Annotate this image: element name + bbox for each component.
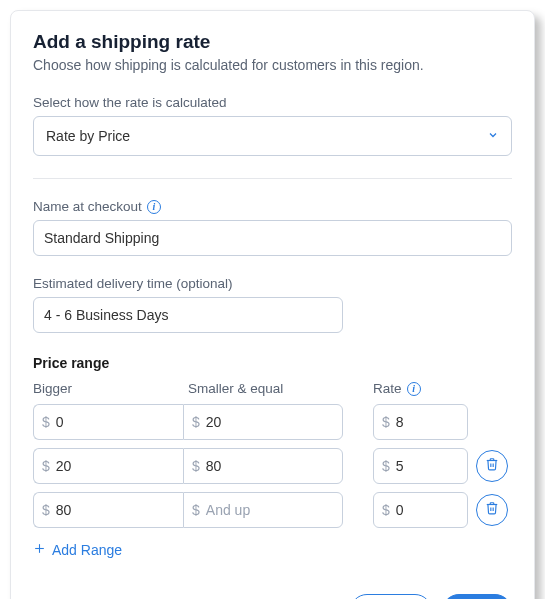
range-row: $0$20$8 <box>33 404 512 440</box>
bigger-input[interactable]: $20 <box>33 448 183 484</box>
save-button[interactable]: Save <box>442 594 512 599</box>
rate-input[interactable]: $0 <box>373 492 468 528</box>
delete-row-button[interactable] <box>476 494 508 526</box>
smaller-input[interactable]: $And up <box>183 492 343 528</box>
trash-icon <box>485 457 499 475</box>
smaller-input[interactable]: $20 <box>183 404 343 440</box>
eta-input[interactable] <box>33 297 343 333</box>
add-range-button[interactable]: Add Range <box>33 542 512 558</box>
shipping-rate-modal: Add a shipping rate Choose how shipping … <box>10 10 535 599</box>
range-columns: Bigger Smaller & equal Rate i <box>33 381 512 396</box>
info-icon[interactable]: i <box>147 200 161 214</box>
delete-row-button[interactable] <box>476 450 508 482</box>
col-bigger: Bigger <box>33 381 188 396</box>
range-row: $20$80$5 <box>33 448 512 484</box>
calc-select-value: Rate by Price <box>46 128 130 144</box>
bigger-input[interactable]: $80 <box>33 492 183 528</box>
modal-title: Add a shipping rate <box>33 31 512 53</box>
plus-icon <box>33 542 46 558</box>
rate-input[interactable]: $5 <box>373 448 468 484</box>
smaller-input[interactable]: $80 <box>183 448 343 484</box>
range-row: $80$And up$0 <box>33 492 512 528</box>
rate-input[interactable]: $8 <box>373 404 468 440</box>
calc-label: Select how the rate is calculated <box>33 95 512 110</box>
calc-select[interactable]: Rate by Price <box>33 116 512 156</box>
name-input[interactable] <box>33 220 512 256</box>
eta-label: Estimated delivery time (optional) <box>33 276 512 291</box>
trash-icon <box>485 501 499 519</box>
range-header: Price range <box>33 355 512 371</box>
range-rows: $0$20$8$20$80$5$80$And up$0 <box>33 404 512 528</box>
name-label: Name at checkout i <box>33 199 512 214</box>
col-rate: Rate <box>373 381 402 396</box>
bigger-input[interactable]: $0 <box>33 404 183 440</box>
modal-subtitle: Choose how shipping is calculated for cu… <box>33 55 512 75</box>
cancel-button[interactable]: Cancel <box>350 594 432 599</box>
chevron-down-icon <box>487 128 499 144</box>
col-smaller: Smaller & equal <box>188 381 343 396</box>
divider <box>33 178 512 179</box>
modal-footer: Cancel Save <box>33 594 512 599</box>
info-icon[interactable]: i <box>407 382 421 396</box>
